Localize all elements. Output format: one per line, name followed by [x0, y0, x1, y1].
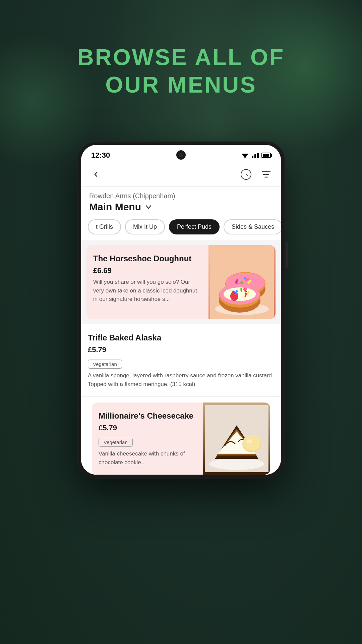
dropdown-icon	[144, 202, 153, 212]
millionaires-badge: Vegetarian	[99, 438, 133, 447]
tab-grills[interactable]: t Grills	[88, 219, 121, 234]
category-tabs: t Grills Mix It Up Perfect Puds Sides & …	[81, 215, 281, 240]
signal-icon	[252, 152, 259, 158]
filter-icon	[261, 169, 272, 180]
horseshoe-info: The Horseshoe Doughnut £6.69 Will you sh…	[86, 245, 208, 319]
signal-bar-2	[254, 154, 256, 158]
trifle-desc: A vanilla sponge, layered with raspberry…	[88, 371, 274, 388]
phone-frame: 12:30	[77, 141, 285, 479]
horseshoe-image	[208, 245, 276, 319]
horseshoe-name: The Horseshoe Doughnut	[93, 253, 202, 264]
back-button[interactable]	[89, 168, 103, 181]
status-time: 12:30	[91, 151, 110, 160]
svg-point-27	[209, 458, 264, 470]
clock-button[interactable]	[239, 168, 253, 181]
signal-bar-3	[257, 153, 259, 158]
header-actions	[239, 168, 273, 181]
phone-side-button	[286, 241, 288, 268]
millionaires-image	[203, 402, 270, 475]
svg-point-29	[243, 435, 260, 451]
tab-mix-it-up[interactable]: Mix It Up	[125, 219, 165, 234]
tab-sides-sauces[interactable]: Sides & Sauces	[224, 219, 281, 234]
millionaires-container: Millionaire's Cheesecake £5.79 Vegetaria…	[81, 397, 281, 475]
millionaires-price: £5.79	[99, 424, 196, 432]
svg-marker-0	[242, 154, 248, 158]
battery-fill	[263, 154, 269, 157]
restaurant-name: Rowden Arms (Chippenham)	[89, 192, 273, 200]
front-camera	[176, 150, 186, 160]
menu-item-millionaires[interactable]: Millionaire's Cheesecake £5.79 Vegetaria…	[92, 402, 270, 475]
phone-screen: 12:30	[81, 145, 281, 475]
trifle-price: £5.79	[88, 345, 274, 354]
millionaires-name: Millionaire's Cheesecake	[99, 411, 196, 421]
svg-point-30	[247, 439, 252, 443]
menu-item-trifle[interactable]: Trifle Baked Alaska £5.79 Vegetarian A v…	[81, 324, 281, 397]
menu-selector[interactable]: Main Menu	[89, 201, 273, 213]
horseshoe-price: £6.69	[93, 266, 202, 275]
status-bar: 12:30	[81, 145, 281, 164]
hero-section: BROWSE ALL OF OUR MENUS	[0, 44, 362, 98]
filter-button[interactable]	[259, 168, 273, 181]
trifle-name: Trifle Baked Alaska	[88, 332, 274, 343]
menu-title: Main Menu	[89, 201, 141, 213]
hero-title-line1: BROWSE ALL OF	[77, 44, 285, 70]
doughnut-svg	[210, 245, 274, 319]
horseshoe-desc: Will you share or will you go solo? Our …	[93, 278, 202, 304]
battery-icon	[261, 153, 271, 158]
millionaires-desc: Vanilla cheesecake with chunks of chocol…	[99, 449, 196, 467]
millionaires-info: Millionaire's Cheesecake £5.79 Vegetaria…	[92, 402, 203, 475]
menu-items-list: Trifle Baked Alaska £5.79 Vegetarian A v…	[81, 324, 281, 475]
phone-mockup: 12:30	[77, 141, 285, 479]
menu-item-horseshoe[interactable]: The Horseshoe Doughnut £6.69 Will you sh…	[86, 245, 276, 319]
restaurant-info: Rowden Arms (Chippenham) Main Menu	[81, 187, 281, 215]
trifle-badge: Vegetarian	[88, 360, 122, 369]
wifi-icon	[241, 152, 249, 158]
menu-content: The Horseshoe Doughnut £6.69 Will you sh…	[81, 240, 281, 475]
signal-bar-1	[252, 156, 253, 158]
hero-title-line2: OUR MENUS	[105, 72, 257, 97]
back-chevron-icon	[92, 170, 100, 178]
tab-perfect-puds[interactable]: Perfect Puds	[169, 219, 220, 234]
hero-title: BROWSE ALL OF OUR MENUS	[0, 44, 362, 98]
cheesecake-svg	[205, 405, 268, 472]
app-header	[81, 164, 281, 187]
clock-icon	[240, 168, 252, 180]
status-icons	[241, 152, 271, 158]
svg-point-17	[224, 287, 256, 301]
